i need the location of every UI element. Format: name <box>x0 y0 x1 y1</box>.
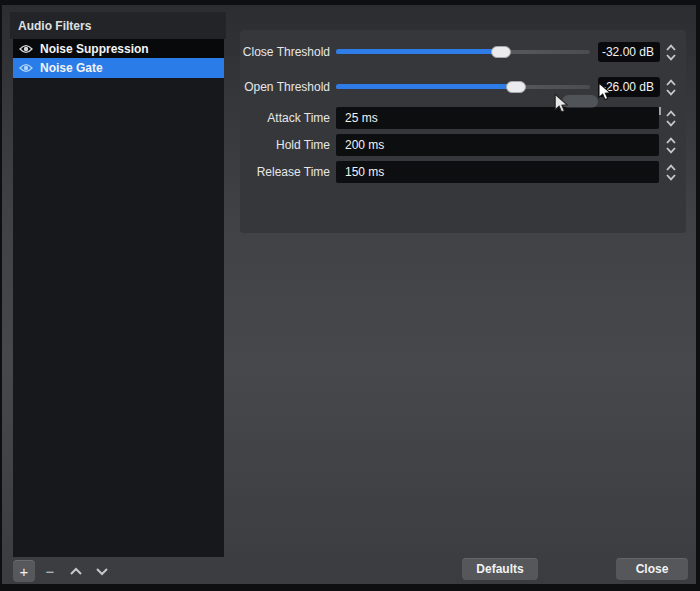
spin-up-icon[interactable] <box>665 77 677 87</box>
open-threshold-label: Open Threshold <box>240 80 330 94</box>
filter-item-noise-gate[interactable]: Noise Gate <box>13 58 224 78</box>
filter-item-label: Noise Gate <box>40 61 103 75</box>
filter-list[interactable]: Noise Suppression Noise Gate <box>13 39 224 557</box>
visibility-eye-icon[interactable] <box>19 44 33 54</box>
slider-handle[interactable] <box>491 46 511 58</box>
remove-filter-button[interactable]: − <box>39 560 61 582</box>
hold-time-label: Hold Time <box>240 138 330 152</box>
spin-down-icon[interactable] <box>665 118 677 128</box>
close-threshold-label: Close Threshold <box>240 45 330 59</box>
attack-time-spinner <box>663 107 679 129</box>
attack-time-input[interactable]: 25 ms <box>336 107 659 129</box>
hold-time-input[interactable]: 200 ms <box>336 134 659 156</box>
release-time-label: Release Time <box>240 165 330 179</box>
audio-filters-dialog: Audio Filters Noise Suppression Noise Ga… <box>2 5 696 584</box>
hold-time-spinner <box>663 134 679 156</box>
spin-up-icon[interactable] <box>665 108 677 118</box>
slider-fill <box>336 84 516 89</box>
spin-down-icon[interactable] <box>665 52 677 62</box>
slider-handle[interactable] <box>506 81 526 93</box>
open-threshold-slider[interactable] <box>336 76 590 98</box>
close-threshold-spinner <box>663 41 679 63</box>
filter-item-noise-suppression[interactable]: Noise Suppression <box>13 39 224 58</box>
spin-down-icon[interactable] <box>665 145 677 155</box>
spin-down-icon[interactable] <box>665 87 677 97</box>
attack-time-label: Attack Time <box>240 111 330 125</box>
filter-list-toolbar: + − <box>13 559 113 583</box>
open-threshold-spinner <box>663 76 679 98</box>
close-button[interactable]: Close <box>616 558 688 580</box>
noise-gate-properties-panel: Close Threshold -32.00 dB Open Threshold… <box>240 30 686 233</box>
move-filter-down-button[interactable] <box>91 560 113 582</box>
open-threshold-value[interactable]: -26.00 dB <box>598 77 660 97</box>
filter-item-label: Noise Suppression <box>40 42 149 56</box>
add-filter-button[interactable]: + <box>13 560 35 582</box>
move-filter-up-button[interactable] <box>65 560 87 582</box>
spin-down-icon[interactable] <box>665 172 677 182</box>
spin-up-icon[interactable] <box>665 135 677 145</box>
spin-up-icon[interactable] <box>665 162 677 172</box>
release-time-spinner <box>663 161 679 183</box>
spin-up-icon[interactable] <box>665 42 677 52</box>
defaults-button[interactable]: Defaults <box>462 558 538 580</box>
close-threshold-slider[interactable] <box>336 41 590 63</box>
visibility-eye-icon[interactable] <box>19 63 33 73</box>
slider-fill <box>336 49 501 54</box>
sidebar-title: Audio Filters <box>10 12 226 39</box>
close-threshold-value[interactable]: -32.00 dB <box>598 42 660 62</box>
release-time-input[interactable]: 150 ms <box>336 161 659 183</box>
